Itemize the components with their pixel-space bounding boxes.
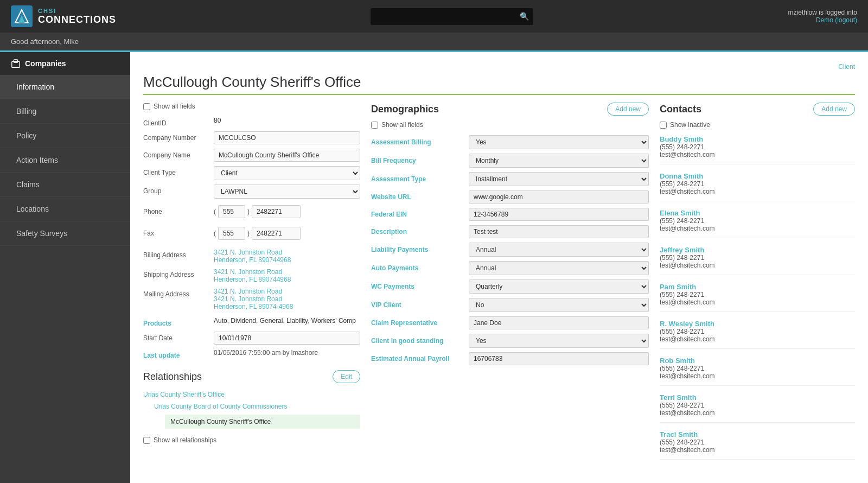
phone-area-input[interactable]: [218, 205, 245, 218]
sidebar-item-safety-surveys[interactable]: Safety Surveys: [0, 221, 130, 246]
client-label: Client: [143, 63, 855, 71]
client-id-value: 80: [214, 117, 360, 124]
demo-field-row-5: Description: [371, 225, 649, 238]
contact-name-4[interactable]: Pam Smith: [660, 283, 855, 291]
contact-email-6: test@chsitech.com: [660, 372, 855, 380]
contact-name-3[interactable]: Jeffrey Smith: [660, 246, 855, 254]
group-select[interactable]: LAWPNL Other: [214, 185, 360, 199]
contact-phone-2: (555) 248-2271: [660, 217, 855, 225]
contacts-add-new-button[interactable]: Add new: [813, 103, 855, 116]
rel-level2-link[interactable]: Urias County Board of County Commissione…: [154, 403, 287, 410]
logo: CHSI CONNECTIONS: [11, 5, 116, 27]
sidebar-section-companies[interactable]: Companies: [0, 52, 130, 75]
demo-label-3: Website URL: [371, 193, 469, 201]
demo-select-0[interactable]: YesNo: [469, 135, 649, 149]
show-all-relationships-checkbox[interactable]: [143, 437, 150, 444]
mailing-address-link3[interactable]: Henderson, FL 89074-4968: [214, 303, 293, 310]
contact-email-4: test@chsitech.com: [660, 298, 855, 306]
client-type-row: Client Type Client Prospect Other: [143, 166, 360, 180]
demo-select-6[interactable]: AnnualMonthlyQuarterly: [469, 243, 649, 257]
company-number-label: Company Number: [143, 131, 214, 142]
demo-link[interactable]: Demo: [816, 16, 833, 24]
show-inactive-row: Show inactive: [660, 121, 855, 129]
contact-name-0[interactable]: Buddy Smith: [660, 135, 855, 143]
client-type-select[interactable]: Client Prospect Other: [214, 166, 360, 180]
demo-input-5[interactable]: [469, 225, 649, 238]
sidebar-item-information[interactable]: Information: [0, 75, 130, 99]
products-row: Products Auto, Dividend, General, Liabil…: [143, 317, 360, 327]
demo-input-12[interactable]: [469, 352, 649, 365]
demo-label-6: Liability Payments: [371, 246, 469, 253]
contact-phone-3: (555) 248-2271: [660, 254, 855, 262]
demo-select-8[interactable]: QuarterlyAnnualMonthly: [469, 279, 649, 294]
demographics-add-new-button[interactable]: Add new: [607, 103, 649, 116]
demo-input-10[interactable]: [469, 316, 649, 329]
demo-label-4: Federal EIN: [371, 211, 469, 218]
shipping-address-link1[interactable]: 3421 N. Johnston Road: [214, 268, 282, 276]
start-date-input[interactable]: [214, 332, 360, 345]
start-date-label: Start Date: [143, 332, 214, 342]
group-label: Group: [143, 185, 214, 195]
search-input[interactable]: [371, 8, 533, 25]
demo-label-10: Claim Representative: [371, 319, 469, 327]
show-all-fields-checkbox[interactable]: [143, 103, 150, 110]
demo-field-row-7: Auto PaymentsAnnualMonthlyQuarterly: [371, 261, 649, 275]
demo-select-1[interactable]: MonthlyQuarterlyAnnual: [469, 154, 649, 168]
sidebar-item-action-items[interactable]: Action Items: [0, 148, 130, 173]
demo-label-8: WC Payments: [371, 283, 469, 290]
contact-name-8[interactable]: Traci Smith: [660, 430, 855, 438]
fax-row: Fax ( ): [143, 227, 360, 244]
contact-item-5: R. Wesley Smith(555) 248-2271test@chsite…: [660, 320, 855, 349]
demo-select-11[interactable]: YesNo: [469, 334, 649, 348]
contact-phone-1: (555) 248-2271: [660, 180, 855, 188]
demo-select-9[interactable]: NoYes: [469, 298, 649, 312]
logo-icon: [11, 5, 33, 27]
shipping-address-label: Shipping Address: [143, 268, 214, 278]
rel-level1-link[interactable]: Urias County Sheriff's Office: [143, 391, 225, 398]
page-title: McCullough County Sheriff's Office: [143, 74, 855, 91]
billing-address-link2[interactable]: Henderson, FL 890744968: [214, 256, 291, 264]
billing-address-link1[interactable]: 3421 N. Johnston Road: [214, 249, 282, 256]
contact-name-6[interactable]: Rob Smith: [660, 357, 855, 365]
show-inactive-checkbox[interactable]: [660, 122, 667, 129]
company-number-input[interactable]: [214, 131, 360, 144]
demo-field-row-3: Website URL: [371, 190, 649, 204]
contacts-header: Contacts Add new: [660, 103, 855, 116]
last-update-value: 01/06/2016 7:55:00 am by lmashore: [214, 349, 360, 357]
company-name-input[interactable]: [214, 149, 360, 162]
fax-label: Fax: [143, 227, 214, 237]
shipping-address-link2[interactable]: Henderson, FL 890744968: [214, 276, 291, 283]
search-button[interactable]: 🔍: [520, 12, 529, 21]
demographics-header: Demographics Add new: [371, 103, 649, 116]
sidebar-item-claims[interactable]: Claims: [0, 173, 130, 197]
sidebar: Companies Information Billing Policy Act…: [0, 52, 130, 483]
demo-input-3[interactable]: [469, 190, 649, 204]
demo-input-4[interactable]: [469, 208, 649, 221]
demo-field-row-12: Estimated Annual Payroll: [371, 352, 649, 365]
contact-name-5[interactable]: R. Wesley Smith: [660, 320, 855, 328]
mailing-address-link2[interactable]: 3421 N. Johnston Road: [214, 295, 282, 303]
sidebar-item-locations[interactable]: Locations: [0, 197, 130, 221]
logout-link[interactable]: (logout): [835, 16, 857, 24]
demo-field-row-0: Assessment BillingYesNo: [371, 135, 649, 149]
contact-item-4: Pam Smith(555) 248-2271test@chsitech.com: [660, 283, 855, 312]
client-type-label: Client Type: [143, 166, 214, 176]
demo-select-2[interactable]: InstallmentFlat: [469, 172, 649, 186]
fax-number-input[interactable]: [252, 227, 301, 240]
contact-name-7[interactable]: Terri Smith: [660, 393, 855, 402]
contact-name-2[interactable]: Elena Smith: [660, 209, 855, 217]
fax-area-input[interactable]: [218, 227, 245, 240]
sidebar-item-billing[interactable]: Billing: [0, 99, 130, 124]
demo-select-7[interactable]: AnnualMonthlyQuarterly: [469, 261, 649, 275]
contact-email-5: test@chsitech.com: [660, 335, 855, 343]
demo-label-11: Client in good standing: [371, 337, 469, 345]
demo-label-9: VIP Client: [371, 301, 469, 309]
sidebar-item-policy[interactable]: Policy: [0, 124, 130, 148]
phone-number-input[interactable]: [252, 205, 301, 218]
relationships-edit-button[interactable]: Edit: [333, 370, 360, 383]
start-date-row: Start Date: [143, 332, 360, 345]
mailing-address-link1[interactable]: 3421 N. Johnston Road: [214, 288, 282, 295]
contact-name-1[interactable]: Donna Smith: [660, 172, 855, 180]
demo-label-12: Estimated Annual Payroll: [371, 355, 469, 363]
demo-show-all-fields-checkbox[interactable]: [371, 122, 378, 129]
